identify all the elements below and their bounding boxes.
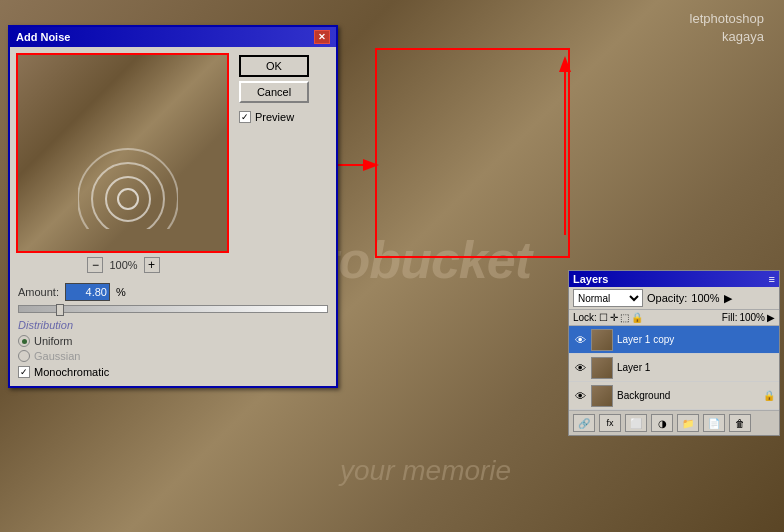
layers-panel: Layers ≡ Normal Opacity: 100% ▶ Lock: ☐ … (568, 270, 780, 436)
monochromatic-checkbox[interactable]: ✓ (18, 366, 30, 378)
canvas-selection-box (375, 48, 570, 258)
delete-layer-button[interactable]: 🗑 (729, 414, 751, 432)
background-lock-icon: 🔒 (763, 390, 775, 401)
zoom-level: 100% (109, 259, 137, 271)
zoom-out-button[interactable]: − (87, 257, 103, 273)
amount-row: Amount: % (18, 283, 328, 301)
gaussian-label: Gaussian (34, 350, 80, 362)
blend-mode-select[interactable]: Normal (573, 289, 643, 307)
layer-item-layer1copy[interactable]: 👁 Layer 1 copy (569, 326, 779, 354)
adjustment-button[interactable]: ◑ (651, 414, 673, 432)
lock-image-icon[interactable]: ⬚ (620, 312, 629, 323)
background-thumbnail (591, 385, 613, 407)
slider-thumb (56, 304, 64, 316)
distribution-section-title: Distribution (18, 319, 328, 331)
layer1copy-thumbnail (591, 329, 613, 351)
link-layers-button[interactable]: 🔗 (573, 414, 595, 432)
layer1-thumbnail (591, 357, 613, 379)
background-name: Background (617, 390, 759, 401)
layer-effects-button[interactable]: fx (599, 414, 621, 432)
new-layer-button[interactable]: 📄 (703, 414, 725, 432)
amount-label: Amount: (18, 286, 59, 298)
layers-titlebar: Layers ≡ (569, 271, 779, 287)
layer-item-layer1[interactable]: 👁 Layer 1 (569, 354, 779, 382)
layer-item-background[interactable]: 👁 Background 🔒 (569, 382, 779, 410)
fill-value: 100% (739, 312, 765, 323)
logo: letphotoshop kagaya (690, 10, 764, 46)
layer1-name: Layer 1 (617, 362, 775, 373)
opacity-label: Opacity: (647, 292, 687, 304)
layer1-eye-icon[interactable]: 👁 (573, 361, 587, 375)
layers-controls: Normal Opacity: 100% ▶ (569, 287, 779, 310)
background-eye-icon[interactable]: 👁 (573, 389, 587, 403)
fill-label: Fill: (722, 312, 738, 323)
dialog-close-button[interactable]: ✕ (314, 30, 330, 44)
preview-box: − 100% + (16, 53, 231, 273)
gaussian-radio[interactable] (18, 350, 30, 362)
add-mask-button[interactable]: ⬜ (625, 414, 647, 432)
svg-point-3 (118, 189, 138, 209)
add-noise-dialog: Add Noise ✕ − 100% + (8, 25, 338, 388)
dialog-buttons: OK Cancel ✓ Preview (239, 53, 309, 273)
amount-slider[interactable] (18, 305, 328, 313)
layers-bottom-toolbar: 🔗 fx ⬜ ◑ 📁 📄 🗑 (569, 410, 779, 435)
amount-percent: % (116, 286, 126, 298)
preview-controls: − 100% + (16, 257, 231, 273)
layer1copy-name: Layer 1 copy (617, 334, 775, 345)
monochromatic-row[interactable]: ✓ Monochromatic (18, 366, 328, 378)
layers-panel-menu-icon[interactable]: ≡ (769, 273, 775, 285)
fill-arrow-icon[interactable]: ▶ (767, 312, 775, 323)
svg-point-5 (92, 163, 164, 229)
cancel-button[interactable]: Cancel (239, 81, 309, 103)
lock-all-icon[interactable]: 🔒 (631, 312, 643, 323)
opacity-value: 100% (691, 292, 719, 304)
layer1copy-eye-icon[interactable]: 👁 (573, 333, 587, 347)
logo-line1: letphotoshop (690, 11, 764, 26)
uniform-label: Uniform (34, 335, 73, 347)
lock-transparent-icon[interactable]: ☐ (599, 312, 608, 323)
uniform-radio[interactable] (18, 335, 30, 347)
watermark-text2: your memorie (340, 455, 511, 487)
preview-image[interactable] (16, 53, 229, 253)
lock-move-icon[interactable]: ✛ (610, 312, 618, 323)
ok-button[interactable]: OK (239, 55, 309, 77)
preview-label: Preview (255, 111, 294, 123)
lock-label: Lock: (573, 312, 597, 323)
svg-point-4 (106, 177, 150, 221)
logo-line2: kagaya (722, 29, 764, 44)
preview-checkbox[interactable]: ✓ (239, 111, 251, 123)
amount-slider-row (18, 305, 328, 313)
spiral-visual (78, 129, 178, 231)
preview-checkbox-row: ✓ Preview (239, 111, 309, 123)
dialog-settings: Amount: % Distribution Uniform Gaussian … (10, 279, 336, 386)
amount-input[interactable] (65, 283, 110, 301)
zoom-in-button[interactable]: + (144, 257, 160, 273)
gaussian-radio-row[interactable]: Gaussian (18, 350, 328, 362)
layers-title: Layers (573, 273, 608, 285)
opacity-arrow-icon[interactable]: ▶ (724, 292, 732, 305)
dialog-titlebar: Add Noise ✕ (10, 27, 336, 47)
uniform-radio-row[interactable]: Uniform (18, 335, 328, 347)
layers-lock-row: Lock: ☐ ✛ ⬚ 🔒 Fill: 100% ▶ (569, 310, 779, 326)
dialog-title: Add Noise (16, 31, 70, 43)
dialog-body: − 100% + OK Cancel ✓ Preview (10, 47, 336, 279)
monochromatic-label: Monochromatic (34, 366, 109, 378)
new-group-button[interactable]: 📁 (677, 414, 699, 432)
